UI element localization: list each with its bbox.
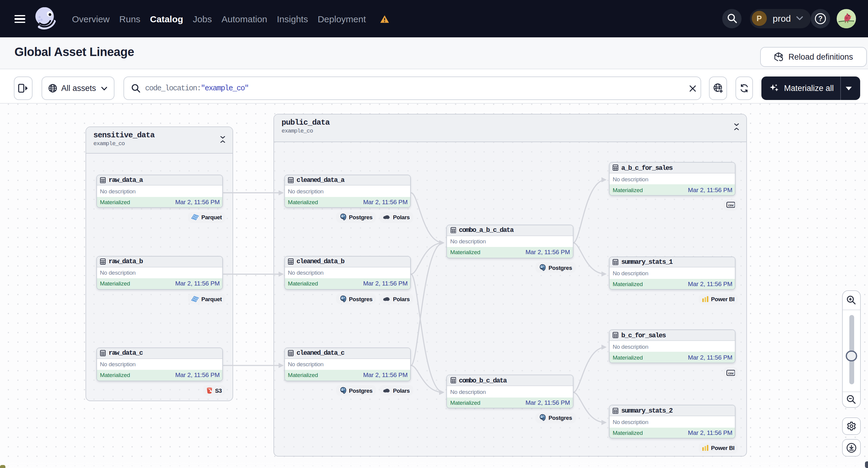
svg-text:csv: csv xyxy=(728,204,734,207)
svg-text:csv: csv xyxy=(728,371,734,375)
svg-text:?: ? xyxy=(818,15,823,23)
